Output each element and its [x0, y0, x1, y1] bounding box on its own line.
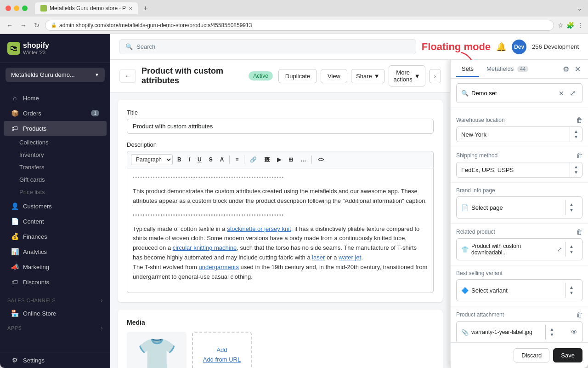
more-actions-button[interactable]: More actions ▼ [389, 65, 425, 86]
settings-gear-button[interactable]: ⚙ [561, 63, 571, 75]
apps-section: Apps › [0, 321, 110, 333]
browser-tab[interactable]: Metafields Guru demo store · P ✕ [35, 2, 138, 14]
panel-search-clear-icon[interactable]: ✕ [559, 90, 564, 97]
back-button[interactable]: ← [5, 20, 15, 31]
add-from-url-link[interactable]: Add from URL [203, 356, 241, 363]
product-attachment-control[interactable]: 📎 warranty-1-year-label.jpg ▲▼ 👁 [456, 321, 582, 342]
sidebar-item-discounts[interactable]: 🏷 Discounts [4, 275, 107, 289]
media-add-button[interactable]: Add Add from URL [192, 332, 252, 368]
attachment-eye-button[interactable]: 👁 [571, 328, 577, 336]
tab-sets[interactable]: Sets [456, 62, 479, 77]
sidebar-item-home[interactable]: ⌂ Home [4, 91, 107, 105]
forward-button[interactable]: → [18, 20, 28, 31]
warehouse-location-delete-button[interactable]: 🗑 [576, 116, 582, 124]
subnav-price-lists[interactable]: Price lists [0, 186, 110, 198]
bookmark-icon[interactable]: ☆ [558, 22, 564, 29]
more-button[interactable]: … [298, 155, 309, 165]
brand-info-page-stepper[interactable]: ▲▼ [565, 200, 577, 215]
refresh-button[interactable]: ↻ [32, 20, 41, 31]
new-tab-button[interactable]: + [143, 4, 147, 12]
underline-button[interactable]: U [195, 155, 204, 165]
undergarments-link[interactable]: undergarments [199, 264, 239, 270]
discard-button[interactable]: Discard [514, 348, 549, 362]
view-button[interactable]: View [321, 69, 347, 83]
shipping-method-control[interactable]: FedEx, UPS, USPS ▲▼ [456, 162, 582, 178]
code-button[interactable]: <> [315, 155, 327, 165]
minimize-dot[interactable] [14, 6, 19, 11]
stockinette-link[interactable]: stockinette or jersey knit [227, 225, 291, 232]
attachment-stepper[interactable]: ▲▼ [545, 325, 558, 339]
sidebar-item-finances[interactable]: 💰 Finances [4, 229, 107, 244]
sidebar-item-orders[interactable]: 📦 Orders 1 [4, 106, 107, 121]
warehouse-location-stepper[interactable]: ▲▼ [570, 127, 582, 142]
description-label: Description [127, 141, 434, 148]
store-selector[interactable]: Metafields Guru demo... ▼ [6, 68, 105, 82]
align-button[interactable]: ≡ [232, 155, 241, 165]
variant-stepper[interactable]: ▲▼ [565, 283, 577, 298]
subnav-gift-cards[interactable]: Gift cards [0, 173, 110, 186]
tab-close-icon[interactable]: ✕ [129, 6, 132, 11]
notification-button[interactable]: 🔔 [496, 42, 506, 52]
expand-button[interactable]: ⤢ [568, 87, 577, 99]
extension-icon[interactable]: 🧩 [566, 22, 574, 29]
close-panel-button[interactable]: ✕ [573, 63, 582, 75]
video-button[interactable]: ▶ [274, 155, 284, 165]
title-input[interactable] [127, 119, 434, 134]
menu-icon[interactable]: ⋮ [577, 22, 583, 29]
panel-body: Warehouse location 🗑 New York ▲▼ Sh [451, 108, 588, 342]
table-button[interactable]: ⊞ [286, 155, 296, 165]
related-product-control[interactable]: 👕 Product with custom downloadabl... ⤢ ▲… [456, 238, 582, 260]
subnav-transfers[interactable]: Transfers [0, 161, 110, 173]
sidebar-item-online-store[interactable]: 🏪 Online Store [4, 306, 107, 321]
warehouse-location-control[interactable]: New York ▲▼ [456, 126, 582, 142]
shipping-method-stepper[interactable]: ▲▼ [570, 162, 582, 177]
app-container: 🛍 shopify Winter '23 Metafields Guru dem… [0, 34, 588, 368]
tab-metafields[interactable]: Metafields 44 [481, 62, 534, 77]
link-button[interactable]: 🔗 [247, 155, 260, 165]
shipping-method-delete-button[interactable]: 🗑 [576, 152, 582, 159]
panel-search[interactable]: 🔍 ✕ ⤢ [456, 83, 582, 103]
best-selling-variant-control[interactable]: 🔷 Select variant ▲▼ [456, 279, 582, 301]
metafields-tab-label: Metafields [486, 65, 514, 72]
panel-search-input[interactable] [471, 90, 556, 97]
sidebar-bottom: ⚙ Settings [0, 352, 110, 368]
image-button[interactable]: 🖼 [261, 155, 272, 165]
related-product-stepper[interactable]: ▲▼ [565, 242, 577, 257]
format-select[interactable]: Paragraph [131, 154, 173, 165]
sidebar-item-products[interactable]: 🏷 Products [4, 121, 107, 136]
circular-knitting-link[interactable]: circular knitting machine [173, 244, 237, 251]
search-bar[interactable]: 🔍 Search [119, 39, 416, 54]
back-button[interactable]: ← [119, 69, 136, 83]
maximize-dot[interactable] [22, 6, 28, 11]
brand-info-page-control[interactable]: 📄 Select page ▲▼ [456, 196, 582, 218]
sidebar-item-settings[interactable]: ⚙ Settings [4, 353, 107, 368]
customers-icon: 👤 [11, 202, 18, 210]
related-product-delete-button[interactable]: 🗑 [576, 228, 582, 236]
editor-body[interactable]: ••••••••••••••••••••••••••••••••••••••••… [127, 168, 434, 293]
save-button[interactable]: Save [553, 348, 582, 362]
color-button[interactable]: A [217, 155, 227, 165]
water-jet-link[interactable]: water jet [339, 254, 361, 261]
sidebar-item-customers[interactable]: 👤 Customers [4, 199, 107, 213]
next-button[interactable]: › [429, 69, 441, 83]
apps-expand-icon: › [101, 325, 103, 331]
product-attachment-delete-button[interactable]: 🗑 [576, 311, 582, 318]
subnav-collections[interactable]: Collections [0, 136, 110, 149]
sidebar-item-content[interactable]: 📄 Content [4, 214, 107, 229]
related-product-expand-button[interactable]: ⤢ [557, 246, 562, 253]
laser-link[interactable]: laser [312, 254, 325, 261]
bold-button[interactable]: B [175, 155, 184, 165]
close-dot[interactable] [6, 6, 11, 11]
media-item-tshirt[interactable]: 👕 [127, 332, 187, 368]
subnav-inventory[interactable]: Inventory [0, 149, 110, 161]
italic-button[interactable]: I [186, 155, 193, 165]
duplicate-button[interactable]: Duplicate [278, 69, 317, 83]
sidebar-item-marketing[interactable]: 📣 Marketing [4, 259, 107, 274]
sales-channels-label: Sales channels [7, 298, 56, 303]
share-button[interactable]: Share ▼ [351, 69, 385, 83]
product-title: Product with custom attributes [141, 66, 243, 86]
address-bar[interactable]: 🔒 admin.shopify.com/store/metafields-gur… [45, 20, 554, 31]
strikethrough-button[interactable]: S [206, 155, 215, 165]
sidebar-item-analytics[interactable]: 📊 Analytics [4, 244, 107, 259]
topbar: 🔍 Search Floating mode [110, 34, 588, 60]
